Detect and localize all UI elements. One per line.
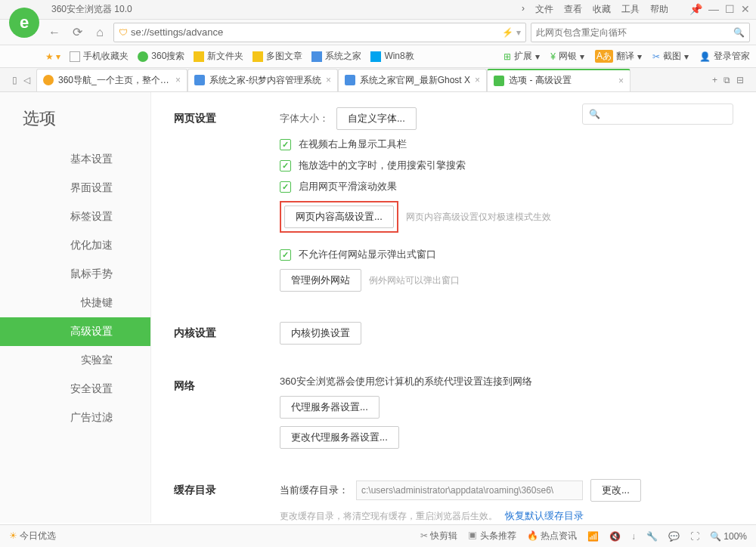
download-icon[interactable]: ↓ [631,531,636,542]
today-featured[interactable]: ☀ 今日优选 [9,530,56,542]
omnibox-input[interactable] [536,27,733,38]
bookmark-multipic[interactable]: 多图文章 [253,50,302,63]
zoom-level[interactable]: 🔍 100% [710,531,747,542]
section-cache-title: 缓存目录 [174,479,280,523]
dropdown-icon[interactable]: ▾ [516,27,521,38]
pin-icon[interactable]: 📌 [689,3,702,16]
url-text: se://settings/advance [131,26,499,38]
tabbar: ▯ ◁ 360导航_一个主页，整个世... × 系统之家-织梦内容管理系统 × … [0,68,756,92]
sidebar-item-lab[interactable]: 实验室 [0,346,150,375]
login-manager-button[interactable]: 👤 登录管家 [699,50,750,63]
checkbox-block-popups[interactable] [280,249,291,261]
highlighted-box: 网页内容高级设置... [280,201,398,233]
close-icon[interactable]: ✕ [741,3,750,16]
quickclip-button[interactable]: ✂ 快剪辑 [420,530,457,542]
bank-button[interactable]: ¥ 网银 ▾ [550,50,584,63]
restore-cache-link[interactable]: 恢复默认缓存目录 [505,509,584,523]
bookmark-newfolder[interactable]: 新文件夹 [194,50,243,63]
statusbar: ☀ 今日优选 ✂ 快剪辑 ▣ 头条推荐 🔥 热点资讯 📶 🔇 ↓ 🔧 💬 ⛶ 🔍… [0,524,756,547]
headlines-button[interactable]: ▣ 头条推荐 [468,530,516,542]
sidebar-item-hotkeys[interactable]: 快捷键 [0,289,150,317]
settings-page: 选项 基本设置 界面设置 标签设置 优化加速 鼠标手势 快捷键 高级设置 实验室… [0,92,756,523]
restore-tab-icon[interactable]: ⧉ [723,75,730,85]
back-button[interactable]: ← [45,23,64,42]
home-button[interactable]: ⌂ [91,23,109,42]
settings-sidebar: 选项 基本设置 界面设置 标签设置 优化加速 鼠标手势 快捷键 高级设置 实验室… [0,92,151,523]
caret-icon[interactable]: › [522,3,525,16]
tab-close-icon[interactable]: × [475,75,480,85]
checkbox-smooth-scroll[interactable] [280,181,291,193]
tab-2[interactable]: 系统之家-织梦内容管理系统 × [187,69,338,91]
sidepanel-icon[interactable]: ▯ [12,75,17,85]
tab-list-icon[interactable]: ⊟ [736,75,744,85]
menu-tools[interactable]: 工具 [621,3,640,16]
mute-icon[interactable]: 🔇 [609,531,621,542]
menu-help[interactable]: 帮助 [650,3,668,16]
settings-search[interactable]: 🔍 [582,104,733,125]
new-tab-button[interactable]: + [712,75,717,85]
custom-font-button[interactable]: 自定义字体... [336,107,417,130]
sidebar-item-ui[interactable]: 界面设置 [0,174,150,202]
minimize-icon[interactable]: — [708,3,719,16]
checkbox-video-toolbar[interactable] [280,139,291,150]
titlebar: 360安全浏览器 10.0 › 文件 查看 收藏 工具 帮助 📌 — ☐ ✕ [0,0,756,20]
url-bar[interactable]: 🛡 se://settings/advance ⚡ ▾ [113,23,526,42]
tab-close-icon[interactable]: × [326,75,331,85]
advanced-hint: 网页内容高级设置仅对极速模式生效 [406,211,551,224]
cache-label: 当前缓存目录： [280,484,349,497]
tab-3[interactable]: 系统之家官网_最新Ghost X × [338,69,487,91]
app-title: 360安全浏览器 10.0 [51,3,132,16]
maximize-icon[interactable]: ☐ [725,3,735,16]
kernel-switch-button[interactable]: 内核切换设置 [280,322,361,345]
navbar: ← ⟳ ⌂ 🛡 se://settings/advance ⚡ ▾ 🔍 [0,20,756,45]
checkbox-label: 拖放选中的文字时，使用搜索引擎搜索 [299,159,466,172]
menu-fav[interactable]: 收藏 [593,3,611,16]
fullscreen-icon[interactable]: ⛶ [690,531,699,542]
page-title: 选项 [0,100,150,145]
bolt-icon[interactable]: ⚡ [502,27,513,38]
tab-4[interactable]: 选项 - 高级设置 × [487,69,631,91]
reload-button[interactable]: ⟳ [68,23,86,42]
fav-star-icon[interactable]: ★ ▾ [45,51,60,62]
translate-button[interactable]: Aあ 翻译 ▾ [595,50,642,63]
sidebar-item-tabs[interactable]: 标签设置 [0,202,150,231]
omnibox-search[interactable]: 🔍 [531,23,750,42]
menu-view[interactable]: 查看 [564,3,582,16]
tab-close-icon[interactable]: × [618,76,624,86]
sidebar-item-security[interactable]: 安全设置 [0,375,150,403]
app-logo [9,8,39,38]
checkbox-drag-search[interactable] [280,160,291,172]
sidebar-item-optimize[interactable]: 优化加速 [0,231,150,260]
manage-exceptions-button[interactable]: 管理例外网站 [280,269,361,292]
ext-button[interactable]: ⊞ 扩展 ▾ [503,50,540,63]
bookmark-xitong[interactable]: 系统之家 [311,50,361,63]
checkbox-label: 启用网页平滑滚动效果 [299,180,397,193]
history-back-icon[interactable]: ◁ [23,75,30,85]
tab-close-icon[interactable]: × [175,75,181,85]
bookmark-360search[interactable]: 360搜索 [138,50,184,63]
tools-icon[interactable]: 🔧 [646,531,658,542]
shield-icon: 🛡 [119,27,128,38]
change-cache-button[interactable]: 更改... [590,479,641,502]
hotnews-button[interactable]: 🔥 热点资讯 [527,530,577,542]
change-proxy-button[interactable]: 更改代理服务器设置... [280,426,399,449]
chat-icon[interactable]: 💬 [668,531,680,542]
sidebar-item-basic[interactable]: 基本设置 [0,145,150,174]
section-network-title: 网络 [174,375,280,456]
font-size-label: 字体大小： [280,112,329,125]
screenshot-button[interactable]: ✂ 截图 ▾ [652,50,689,63]
sidebar-item-advanced[interactable]: 高级设置 [0,317,150,346]
sidebar-item-adblock[interactable]: 广告过滤 [0,403,150,432]
advanced-content-button[interactable]: 网页内容高级设置... [284,206,394,228]
exception-hint: 例外网站可以弹出窗口 [369,274,460,287]
bookmark-mobile[interactable]: 手机收藏夹 [70,50,129,63]
bookmark-win8[interactable]: Win8教 [370,50,414,63]
menu-file[interactable]: 文件 [535,3,553,16]
tab-1[interactable]: 360导航_一个主页，整个世... × [36,69,187,91]
sidebar-item-gestures[interactable]: 鼠标手势 [0,260,150,289]
cache-path-input[interactable] [356,481,583,500]
proxy-settings-button[interactable]: 代理服务器设置... [280,396,380,419]
search-icon[interactable]: 🔍 [733,27,745,38]
tab-favicon [494,76,504,86]
wifi-icon[interactable]: 📶 [587,531,599,542]
